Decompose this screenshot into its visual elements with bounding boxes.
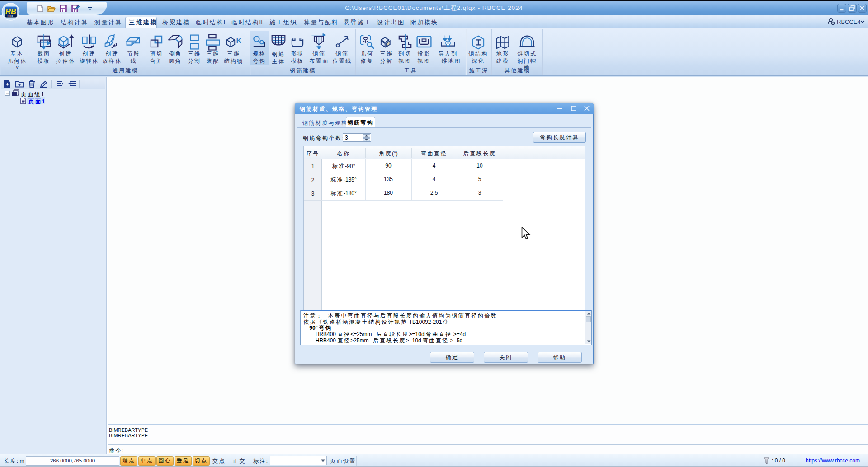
svg-text:K: K xyxy=(236,37,242,45)
svg-text:CCE: CCE xyxy=(8,14,14,18)
